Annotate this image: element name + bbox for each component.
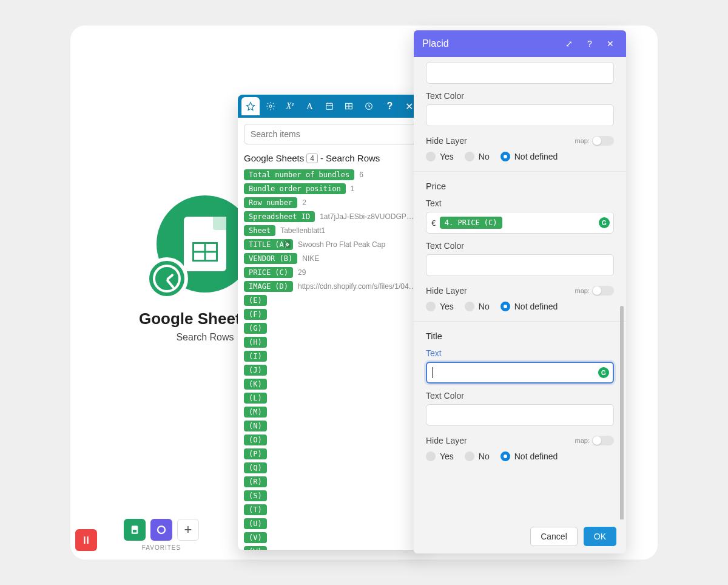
variable-value: 2	[302, 198, 306, 207]
picker-row: Bundle order position1	[244, 182, 416, 195]
favorite-placid-icon[interactable]	[150, 519, 172, 541]
variable-pill[interactable]: Sheet	[244, 225, 275, 236]
picker-tab-date[interactable]	[320, 97, 339, 115]
label-hide-0: Hide Layer	[426, 136, 467, 146]
picker-tab-gear[interactable]	[261, 97, 279, 115]
variable-pill[interactable]: (V)	[244, 532, 267, 543]
picker-row: (R)	[244, 475, 416, 488]
label-text-price: Text	[426, 198, 614, 208]
favorite-sheets-icon[interactable]	[124, 519, 146, 541]
map-label-price: map:	[575, 287, 590, 294]
map-toggle-title[interactable]	[592, 436, 614, 445]
variable-pill[interactable]: IMAGE (D)	[244, 281, 293, 292]
price-prefix: €	[431, 218, 436, 228]
radio-no-0[interactable]: No	[465, 152, 490, 161]
variable-pill[interactable]: (L)	[244, 393, 267, 404]
picker-row: (M)	[244, 405, 416, 418]
title-text-input[interactable]: G	[426, 362, 614, 384]
picker-tab-text[interactable]: A	[300, 97, 318, 115]
variable-pill[interactable]: (H)	[244, 337, 267, 348]
svg-point-2	[158, 526, 165, 533]
picker-row: SheetTabellenblatt1	[244, 224, 416, 237]
variable-pill[interactable]: (P)	[244, 448, 267, 459]
variable-pill[interactable]: Total number of bundles	[244, 169, 354, 180]
picker-row: (F)	[244, 308, 416, 320]
price-color-input[interactable]	[426, 254, 614, 276]
picker-body: Google Sheets 4 - Search Rows Total numb…	[238, 118, 422, 550]
radio-yes-0[interactable]: Yes	[426, 152, 454, 161]
variable-value: 1at7jJaJ-ESbi-z8VUODGP3cWM…	[320, 212, 416, 221]
svg-rect-4	[326, 103, 333, 109]
picker-row: (J)	[244, 364, 416, 376]
variable-pill[interactable]: (G)	[244, 323, 267, 334]
favorites-label: FAVORITES	[124, 544, 199, 551]
placid-body[interactable]: Text Color Hide Layer map: Yes No Not de…	[414, 57, 626, 519]
picker-help-icon[interactable]: ?	[380, 97, 399, 115]
section-top: Text Color Hide Layer map: Yes No Not de…	[414, 57, 626, 171]
variable-pill[interactable]: (F)	[244, 309, 267, 320]
price-text-input[interactable]: € 4. PRICE (C) G	[426, 212, 614, 234]
close-icon[interactable]: ✕	[603, 39, 618, 49]
radio-notdef-0[interactable]: Not defined	[500, 152, 558, 161]
picker-row: (N)	[244, 419, 416, 432]
picker-tab-star[interactable]	[241, 97, 260, 115]
variable-pill[interactable]: (E)	[244, 295, 267, 306]
picker-tab-array[interactable]	[340, 97, 358, 115]
variable-picker: X¹ A ? ✕ Google Sheets 4 - Search Rows T…	[238, 95, 422, 550]
variable-pill[interactable]: (M)	[244, 407, 267, 418]
scrollbar[interactable]	[620, 306, 624, 519]
radio-yes-title[interactable]: Yes	[426, 451, 454, 461]
add-favorite-button[interactable]: +	[177, 519, 199, 541]
variable-pill[interactable]: (I)	[244, 351, 267, 362]
placid-panel: Placid ⤢ ? ✕ Text Color Hide Layer map: …	[414, 30, 626, 553]
radio-yes-price[interactable]: Yes	[426, 302, 454, 311]
variable-pill[interactable]: Bundle order position	[244, 183, 346, 194]
label-hide-title: Hide Layer	[426, 436, 467, 445]
variable-pill[interactable]: TITLE (A)	[244, 239, 293, 250]
grammarly-icon: G	[599, 217, 610, 228]
variable-pill[interactable]: (S)	[244, 490, 267, 501]
variable-pill[interactable]: Row number	[244, 197, 297, 208]
radio-notdef-title[interactable]: Not defined	[500, 451, 558, 461]
label-text-color-title: Text Color	[426, 391, 614, 401]
title-color-input[interactable]	[426, 404, 614, 426]
variable-pill[interactable]: Spreadsheet ID	[244, 211, 315, 222]
map-toggle-0[interactable]	[592, 136, 614, 146]
variable-pill[interactable]: (R)	[244, 476, 267, 487]
group-price: Price	[426, 181, 614, 191]
module-title: Google Sheets	[139, 309, 249, 328]
variable-pill[interactable]: (O)	[244, 435, 267, 445]
cancel-button[interactable]: Cancel	[530, 527, 578, 546]
picker-row: (S)	[244, 489, 416, 502]
top-color-input[interactable]	[426, 104, 614, 126]
radio-no-price[interactable]: No	[465, 302, 490, 311]
variable-pill[interactable]: (J)	[244, 365, 267, 376]
placid-footer: Cancel OK	[414, 519, 626, 553]
variable-pill[interactable]: (K)	[244, 379, 267, 390]
variable-pill[interactable]: (U)	[244, 518, 267, 529]
variable-pill[interactable]: (W)	[244, 546, 267, 550]
picker-tab-math[interactable]: X¹	[281, 97, 299, 115]
variable-pill[interactable]: (N)	[244, 421, 267, 431]
hide-radios-price: Yes No Not defined	[426, 302, 614, 311]
help-icon[interactable]: ?	[582, 39, 597, 49]
picker-header: X¹ A ? ✕	[238, 95, 422, 118]
map-toggle-price[interactable]	[592, 286, 614, 296]
picker-tab-functions[interactable]	[360, 97, 378, 115]
schedule-clock-icon	[146, 257, 188, 300]
radio-notdef-price[interactable]: Not defined	[500, 302, 558, 311]
top-text-input[interactable]	[426, 62, 614, 84]
app-launcher-icon[interactable]	[75, 529, 97, 551]
search-input[interactable]	[244, 124, 416, 144]
picker-row: Total number of bundles6	[244, 168, 416, 181]
variable-pill[interactable]: VENDOR (B)	[244, 253, 297, 264]
ok-button[interactable]: OK	[584, 527, 616, 546]
variable-pill[interactable]: PRICE (C)	[244, 267, 293, 278]
price-chip[interactable]: 4. PRICE (C)	[440, 217, 502, 229]
text-cursor	[432, 367, 433, 378]
picker-row: TITLE (A)Swoosh Pro Flat Peak Cap	[244, 238, 416, 251]
variable-pill[interactable]: (T)	[244, 504, 267, 515]
radio-no-title[interactable]: No	[465, 451, 490, 461]
variable-pill[interactable]: (Q)	[244, 462, 267, 473]
expand-icon[interactable]: ⤢	[562, 39, 576, 49]
